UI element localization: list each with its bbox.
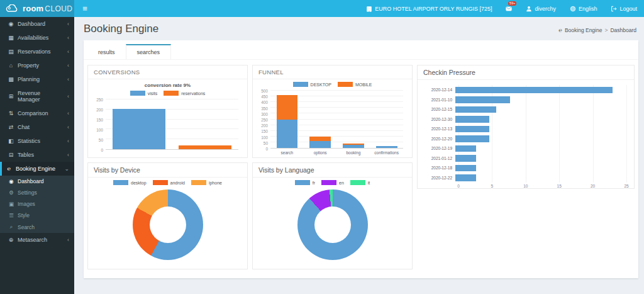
sidebar-subitem-label: Search bbox=[18, 224, 35, 230]
sidebar-menu: ◉Dashboard‹▦Availabilities‹▤Reservations… bbox=[0, 17, 74, 247]
legend-swatch bbox=[295, 180, 310, 185]
funnel-legend-desktop[interactable]: DESKTOP bbox=[293, 82, 331, 87]
visits-by-device-panel-title: Visits by Device bbox=[88, 163, 247, 178]
sidebar-item-statistics[interactable]: ◧Statistics‹ bbox=[0, 134, 74, 148]
sidebar-item-property[interactable]: ⌂Property‹ bbox=[0, 59, 74, 72]
breadcrumb-root[interactable]: Booking Engine bbox=[565, 27, 602, 33]
device-donut bbox=[133, 189, 203, 260]
plot bbox=[106, 99, 238, 150]
sidebar-item-revenue-manager[interactable]: ⊞Revenue Manager‹ bbox=[0, 86, 74, 106]
cloud-logo-icon bbox=[6, 4, 19, 13]
tab-results[interactable]: results bbox=[87, 44, 126, 59]
funnel-panel: FUNNEL DESKTOPMOBILE05010015020025030035… bbox=[252, 65, 413, 158]
roomcloud-logo[interactable]: room CLOUD bbox=[0, 0, 74, 17]
bars bbox=[270, 91, 403, 148]
visits-by-language-panel: Visits by Language frenit bbox=[252, 162, 413, 269]
sidebar-item-tables[interactable]: ⊟Tables‹ bbox=[0, 148, 74, 162]
y-tick-label: 450 bbox=[261, 94, 268, 99]
sidebar-subitem-search[interactable]: ⌕Search bbox=[0, 221, 74, 233]
gauge-icon: ◉ bbox=[8, 21, 14, 27]
conversions-legend-reservations[interactable]: reservations bbox=[164, 91, 205, 96]
messages-badge: 59+ bbox=[508, 1, 516, 6]
funnel-legend-mobile[interactable]: MOBILE bbox=[338, 82, 372, 87]
planner-icon: ▩ bbox=[8, 76, 14, 82]
legend-label: reservations bbox=[181, 91, 205, 96]
device-legend-iphone[interactable]: iphone bbox=[191, 180, 222, 185]
device-legend-android[interactable]: android bbox=[153, 180, 185, 185]
sidebar-toggle-icon[interactable] bbox=[74, 0, 96, 17]
device-legend-desktop[interactable]: desktop bbox=[113, 180, 147, 185]
sidebar-item-availabilities[interactable]: ▦Availabilities‹ bbox=[0, 31, 74, 45]
bar-options bbox=[309, 91, 331, 148]
y-tick-label: 250 bbox=[261, 118, 268, 122]
bar-segment bbox=[179, 145, 231, 149]
checkin-row: 2020-12-20 bbox=[423, 134, 626, 144]
hotel-selector[interactable]: EURO HOTEL AIRPORT ORLY RUNGIS [725] bbox=[359, 0, 499, 17]
conversions-chart: conversion rate 9%visitsreservations0501… bbox=[88, 79, 247, 150]
conversions-plot-area: 050100150200250 bbox=[92, 99, 241, 150]
sidebar-item-comparison[interactable]: ⇅Comparison‹ bbox=[0, 106, 74, 120]
language-legend-fr[interactable]: fr bbox=[295, 180, 315, 185]
sidebar-subitem-style[interactable]: ☰Style bbox=[0, 210, 74, 221]
bar-segment bbox=[376, 146, 397, 148]
sidebar-subitem-settings[interactable]: ⚙Settings bbox=[0, 187, 74, 198]
bar-segment bbox=[113, 109, 165, 149]
messages-button[interactable]: 59+ bbox=[499, 0, 519, 17]
legend-label: visits bbox=[148, 91, 158, 96]
checkin-row: 2020-12-18 bbox=[423, 163, 626, 173]
y-axis: 050100150200250300350400450500 bbox=[257, 91, 269, 149]
bar-track bbox=[455, 134, 626, 144]
bar-reservations bbox=[179, 99, 231, 149]
conversions-legend: visitsreservations bbox=[88, 88, 247, 96]
sidebar-item-label: Property bbox=[18, 62, 39, 69]
conversions-legend-visits[interactable]: visits bbox=[130, 91, 158, 96]
sidebar-item-label: Booking Engine bbox=[16, 166, 55, 172]
sidebar-subitem-images[interactable]: ▣Images bbox=[0, 198, 74, 210]
breadcrumb: ℮ Booking Engine > Dashboard bbox=[558, 27, 636, 33]
checkin-row: 2020-12-15 bbox=[423, 105, 626, 115]
breadcrumb-current: Dashboard bbox=[610, 27, 636, 33]
language-legend-en[interactable]: en bbox=[321, 180, 344, 185]
sidebar-item-label: Chat bbox=[18, 124, 30, 130]
content-card: resultssearches CONVERSIONS conversion r… bbox=[84, 40, 638, 278]
bar-2020-12-15 bbox=[455, 106, 496, 113]
bar-segment bbox=[343, 145, 364, 148]
bar-track bbox=[455, 163, 626, 173]
gridline bbox=[626, 85, 627, 183]
top-navbar: room CLOUD EURO HOTEL AIRPORT ORLY RUNGI… bbox=[0, 0, 644, 17]
user-icon bbox=[526, 6, 532, 12]
language-legend-it[interactable]: it bbox=[350, 180, 370, 185]
language-menu[interactable]: English bbox=[563, 0, 604, 17]
bar-booking bbox=[343, 91, 364, 148]
bar-track bbox=[455, 154, 626, 164]
tab-searches[interactable]: searches bbox=[126, 44, 172, 59]
globe-icon bbox=[570, 6, 576, 12]
sidebar-item-dashboard[interactable]: ◉Dashboard‹ bbox=[0, 17, 74, 31]
user-menu[interactable]: diverchy bbox=[519, 0, 563, 17]
bar-segment bbox=[277, 120, 298, 148]
legend-swatch bbox=[130, 91, 145, 96]
bars bbox=[106, 99, 238, 149]
sidebar-item-label: Tables bbox=[18, 152, 34, 158]
sidebar-item-reservations[interactable]: ▤Reservations‹ bbox=[0, 45, 74, 59]
bar-track bbox=[455, 105, 626, 115]
logout-button[interactable]: Logout bbox=[604, 0, 644, 17]
checkin-date-label: 2021-01-12 bbox=[423, 156, 455, 161]
legend-swatch bbox=[293, 82, 308, 87]
legend-swatch bbox=[321, 180, 336, 185]
checkin-date-label: 2020-12-20 bbox=[423, 137, 455, 141]
sidebar-item-planning[interactable]: ▩Planning‹ bbox=[0, 72, 74, 86]
sidebar-item-chat[interactable]: ⇄Chat‹ bbox=[0, 120, 74, 134]
sidebar-subitem-dashboard[interactable]: ◉Dashboard bbox=[0, 176, 74, 187]
y-tick-label: 300 bbox=[261, 111, 268, 116]
page-title: Booking Engine bbox=[84, 23, 158, 35]
sidebar-item-booking-engine[interactable]: ℮Booking Engine⌄ bbox=[0, 162, 74, 176]
sidebar-item-metasearch[interactable]: ⊕Metasearch‹ bbox=[0, 233, 74, 247]
booking-engine-icon: ℮ bbox=[6, 166, 13, 172]
legend-label: en bbox=[339, 181, 344, 185]
building-icon: ⌂ bbox=[8, 62, 14, 69]
funnel-legend: DESKTOPMOBILE bbox=[253, 79, 412, 87]
legend-label: android bbox=[170, 181, 185, 185]
legend-label: MOBILE bbox=[355, 82, 372, 87]
logout-icon bbox=[611, 6, 617, 12]
